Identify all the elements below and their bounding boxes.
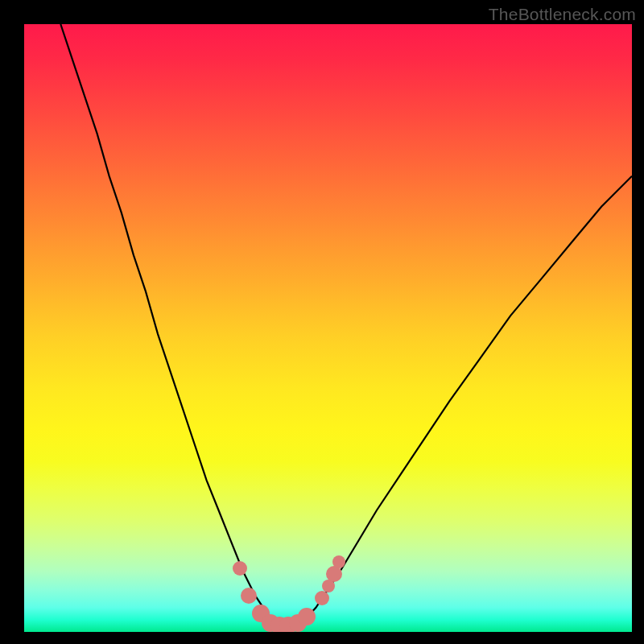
watermark-text: TheBottleneck.com <box>489 5 636 24</box>
chart-marker <box>326 566 342 582</box>
chart-marker <box>315 591 329 605</box>
chart-marker <box>298 608 316 625</box>
chart-marker <box>241 588 257 604</box>
chart-markers-layer <box>24 24 632 632</box>
chart-marker <box>233 561 247 576</box>
chart-marker <box>332 555 345 568</box>
chart-plot-area <box>24 24 632 632</box>
